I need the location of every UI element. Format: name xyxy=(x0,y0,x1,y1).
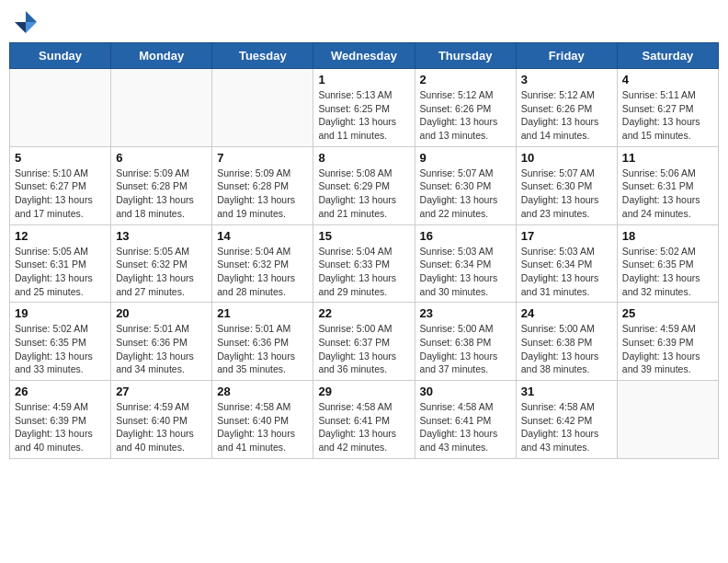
calendar-cell: 28Sunrise: 4:58 AMSunset: 6:40 PMDayligh… xyxy=(212,381,313,459)
calendar-cell: 15Sunrise: 5:04 AMSunset: 6:33 PMDayligh… xyxy=(313,224,415,303)
day-number: 5 xyxy=(15,151,106,165)
svg-marker-2 xyxy=(26,22,37,33)
day-info: Sunrise: 4:58 AMSunset: 6:40 PMDaylight:… xyxy=(217,400,308,454)
day-number: 30 xyxy=(420,385,511,398)
logo xyxy=(13,9,42,35)
day-number: 25 xyxy=(622,306,713,320)
calendar-cell: 24Sunrise: 5:00 AMSunset: 6:38 PMDayligh… xyxy=(516,303,617,381)
day-info: Sunrise: 5:04 AMSunset: 6:33 PMDaylight:… xyxy=(318,245,409,299)
day-number: 17 xyxy=(521,229,612,243)
day-number: 13 xyxy=(116,229,207,243)
weekday-header-sunday: Sunday xyxy=(10,43,111,69)
calendar-week-5: 26Sunrise: 4:59 AMSunset: 6:39 PMDayligh… xyxy=(10,381,719,459)
day-number: 11 xyxy=(622,151,713,165)
day-number: 10 xyxy=(521,151,612,165)
day-info: Sunrise: 5:07 AMSunset: 6:30 PMDaylight:… xyxy=(521,167,612,221)
calendar-cell: 30Sunrise: 4:58 AMSunset: 6:41 PMDayligh… xyxy=(415,381,516,459)
day-info: Sunrise: 4:58 AMSunset: 6:41 PMDaylight:… xyxy=(420,400,511,454)
weekday-header-friday: Friday xyxy=(516,43,617,69)
day-info: Sunrise: 5:05 AMSunset: 6:31 PMDaylight:… xyxy=(15,245,106,299)
calendar-cell: 21Sunrise: 5:01 AMSunset: 6:36 PMDayligh… xyxy=(212,303,313,381)
day-info: Sunrise: 5:09 AMSunset: 6:28 PMDaylight:… xyxy=(217,167,308,221)
day-info: Sunrise: 5:00 AMSunset: 6:38 PMDaylight:… xyxy=(420,322,511,376)
calendar-cell: 9Sunrise: 5:07 AMSunset: 6:30 PMDaylight… xyxy=(415,146,516,224)
day-info: Sunrise: 5:08 AMSunset: 6:29 PMDaylight:… xyxy=(318,167,409,221)
calendar-week-4: 19Sunrise: 5:02 AMSunset: 6:35 PMDayligh… xyxy=(10,303,719,381)
day-number: 28 xyxy=(217,385,308,398)
day-number: 27 xyxy=(116,385,207,398)
calendar-cell: 26Sunrise: 4:59 AMSunset: 6:39 PMDayligh… xyxy=(10,381,111,459)
calendar-cell: 22Sunrise: 5:00 AMSunset: 6:37 PMDayligh… xyxy=(313,303,415,381)
calendar-cell: 31Sunrise: 4:58 AMSunset: 6:42 PMDayligh… xyxy=(516,381,617,459)
calendar-cell: 17Sunrise: 5:03 AMSunset: 6:34 PMDayligh… xyxy=(516,224,617,303)
weekday-header-row: SundayMondayTuesdayWednesdayThursdayFrid… xyxy=(10,43,719,69)
day-number: 31 xyxy=(521,385,612,398)
calendar-cell: 19Sunrise: 5:02 AMSunset: 6:35 PMDayligh… xyxy=(10,303,111,381)
svg-marker-0 xyxy=(26,11,37,22)
calendar-cell: 23Sunrise: 5:00 AMSunset: 6:38 PMDayligh… xyxy=(415,303,516,381)
day-info: Sunrise: 5:02 AMSunset: 6:35 PMDaylight:… xyxy=(622,245,713,299)
calendar-cell xyxy=(212,69,313,147)
day-number: 21 xyxy=(217,306,308,320)
calendar-cell: 14Sunrise: 5:04 AMSunset: 6:32 PMDayligh… xyxy=(212,224,313,303)
calendar-cell: 20Sunrise: 5:01 AMSunset: 6:36 PMDayligh… xyxy=(111,303,212,381)
day-number: 29 xyxy=(318,385,409,398)
calendar-cell: 11Sunrise: 5:06 AMSunset: 6:31 PMDayligh… xyxy=(617,146,718,224)
day-info: Sunrise: 4:58 AMSunset: 6:42 PMDaylight:… xyxy=(521,400,612,454)
calendar-cell: 29Sunrise: 4:58 AMSunset: 6:41 PMDayligh… xyxy=(313,381,415,459)
day-number: 19 xyxy=(15,306,106,320)
day-info: Sunrise: 5:00 AMSunset: 6:37 PMDaylight:… xyxy=(318,322,409,376)
day-number: 8 xyxy=(318,151,409,165)
day-number: 14 xyxy=(217,229,308,243)
weekday-header-wednesday: Wednesday xyxy=(313,43,415,69)
calendar-cell: 12Sunrise: 5:05 AMSunset: 6:31 PMDayligh… xyxy=(10,224,111,303)
day-info: Sunrise: 5:12 AMSunset: 6:26 PMDaylight:… xyxy=(521,88,612,143)
day-info: Sunrise: 4:59 AMSunset: 6:40 PMDaylight:… xyxy=(116,400,207,454)
day-number: 1 xyxy=(318,73,409,86)
day-info: Sunrise: 4:58 AMSunset: 6:41 PMDaylight:… xyxy=(318,400,409,454)
day-number: 9 xyxy=(420,151,511,165)
day-number: 18 xyxy=(622,229,713,243)
weekday-header-thursday: Thursday xyxy=(415,43,516,69)
weekday-header-tuesday: Tuesday xyxy=(212,43,313,69)
calendar-cell: 2Sunrise: 5:12 AMSunset: 6:26 PMDaylight… xyxy=(415,69,516,147)
day-info: Sunrise: 5:06 AMSunset: 6:31 PMDaylight:… xyxy=(622,167,713,221)
calendar-cell: 7Sunrise: 5:09 AMSunset: 6:28 PMDaylight… xyxy=(212,146,313,224)
page-header xyxy=(9,9,719,35)
day-info: Sunrise: 5:04 AMSunset: 6:32 PMDaylight:… xyxy=(217,245,308,299)
calendar-cell: 18Sunrise: 5:02 AMSunset: 6:35 PMDayligh… xyxy=(617,224,718,303)
day-info: Sunrise: 5:01 AMSunset: 6:36 PMDaylight:… xyxy=(116,322,207,376)
day-number: 12 xyxy=(15,229,106,243)
calendar-cell: 1Sunrise: 5:13 AMSunset: 6:25 PMDaylight… xyxy=(313,69,415,147)
day-info: Sunrise: 5:03 AMSunset: 6:34 PMDaylight:… xyxy=(420,245,511,299)
day-number: 15 xyxy=(318,229,409,243)
day-info: Sunrise: 5:10 AMSunset: 6:27 PMDaylight:… xyxy=(15,167,106,221)
calendar-cell: 8Sunrise: 5:08 AMSunset: 6:29 PMDaylight… xyxy=(313,146,415,224)
calendar-cell xyxy=(617,381,718,459)
calendar-cell: 10Sunrise: 5:07 AMSunset: 6:30 PMDayligh… xyxy=(516,146,617,224)
calendar-cell: 25Sunrise: 4:59 AMSunset: 6:39 PMDayligh… xyxy=(617,303,718,381)
weekday-header-monday: Monday xyxy=(111,43,212,69)
day-number: 23 xyxy=(420,306,511,320)
calendar-cell: 4Sunrise: 5:11 AMSunset: 6:27 PMDaylight… xyxy=(617,69,718,147)
calendar-cell: 27Sunrise: 4:59 AMSunset: 6:40 PMDayligh… xyxy=(111,381,212,459)
day-number: 7 xyxy=(217,151,308,165)
day-info: Sunrise: 5:12 AMSunset: 6:26 PMDaylight:… xyxy=(420,88,511,143)
calendar-cell: 3Sunrise: 5:12 AMSunset: 6:26 PMDaylight… xyxy=(516,69,617,147)
day-number: 6 xyxy=(116,151,207,165)
day-number: 4 xyxy=(622,73,713,86)
day-info: Sunrise: 5:13 AMSunset: 6:25 PMDaylight:… xyxy=(318,88,409,143)
day-number: 22 xyxy=(318,306,409,320)
day-info: Sunrise: 5:11 AMSunset: 6:27 PMDaylight:… xyxy=(622,88,713,143)
day-info: Sunrise: 5:01 AMSunset: 6:36 PMDaylight:… xyxy=(217,322,308,376)
day-info: Sunrise: 4:59 AMSunset: 6:39 PMDaylight:… xyxy=(15,400,106,454)
day-number: 2 xyxy=(420,73,511,86)
calendar-cell xyxy=(111,69,212,147)
svg-marker-1 xyxy=(15,22,26,33)
day-info: Sunrise: 4:59 AMSunset: 6:39 PMDaylight:… xyxy=(622,322,713,376)
day-number: 26 xyxy=(15,385,106,398)
day-info: Sunrise: 5:05 AMSunset: 6:32 PMDaylight:… xyxy=(116,245,207,299)
calendar-week-2: 5Sunrise: 5:10 AMSunset: 6:27 PMDaylight… xyxy=(10,146,719,224)
day-number: 20 xyxy=(116,306,207,320)
calendar-cell: 6Sunrise: 5:09 AMSunset: 6:28 PMDaylight… xyxy=(111,146,212,224)
